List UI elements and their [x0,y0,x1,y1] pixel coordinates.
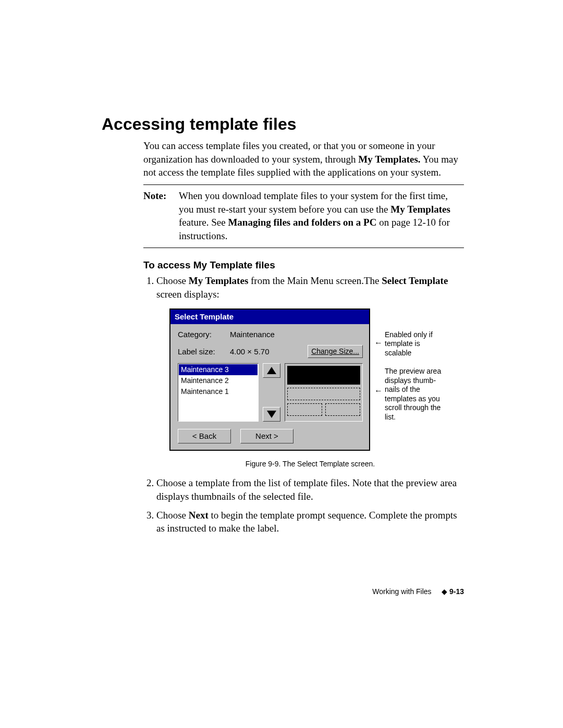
page-footer: Working with Files ◆ 9-13 [102,587,464,596]
category-value: Maintenance [230,329,290,340]
note-body: When you download template files to your… [179,189,464,243]
note-b: My Templates [390,204,450,215]
button-row: < Back Next > [178,429,363,443]
figure-caption: Figure 9-9. The Select Template screen. [156,459,464,469]
labelsize-row: Label size: 4.00 × 5.70 Change Size... [178,345,363,358]
step1-b: My Templates [189,275,249,286]
annotations: Enabled only if template is scalable The… [375,309,443,422]
step1-c: from the Main Menu screen.The [248,275,382,286]
dialog-title: Select Template [170,310,369,324]
preview-thumb-dash [287,403,322,416]
annotation-scalable: Enabled only if template is scalable [375,330,443,358]
category-label: Category: [178,329,230,340]
list-item[interactable]: Maintenance 3 [179,364,258,375]
note-c: feature. See [179,217,228,228]
preview-area [285,363,363,422]
note-block: Note: When you download template files t… [143,189,464,243]
intro-text-b: My Templates. [358,154,420,165]
labelsize-label: Label size: [178,347,230,357]
preview-thumb-dash-row [287,403,360,416]
step-1: Choose My Templates from the Main Menu s… [156,274,464,469]
next-button[interactable]: Next > [240,429,293,443]
list-item[interactable]: Maintenance 2 [179,375,258,386]
step1-e: screen displays: [156,289,219,300]
page-heading: Accessing template files [102,115,464,134]
preview-thumb-dash [287,388,360,400]
footer-section: Working with Files [372,587,431,596]
scroll-up-button[interactable] [263,363,280,378]
step1-d: Select Template [382,275,448,286]
template-listbox[interactable]: Maintenance 3 Maintenance 2 Maintenance … [178,363,259,422]
sub-heading: To access My Template files [143,260,464,271]
note-label: Note: [143,189,174,243]
change-size-button[interactable]: Change Size... [308,345,363,358]
step-2: Choose a template from the list of templ… [156,476,464,503]
list-item[interactable]: Maintenance 1 [179,386,258,397]
footer-diamond-icon: ◆ [442,587,447,596]
preview-thumb-dash [325,403,360,416]
annotation-preview: The preview area displays thumb-nails of… [375,367,443,422]
footer-page-number: 9-13 [449,587,464,596]
step3-a: Choose [156,510,189,521]
select-template-dialog: Select Template Category: Maintenance La… [169,309,370,451]
divider-top [143,184,464,185]
category-row: Category: Maintenance [178,329,363,340]
back-button[interactable]: < Back [178,429,231,443]
labelsize-value: 4.00 × 5.70 [230,347,290,357]
intro-paragraph: You can access template files you create… [143,139,464,179]
step1-a: Choose [156,275,189,286]
note-d: Managing files and folders on a PC [228,217,376,228]
chevron-up-icon [267,367,276,374]
scroll-down-button[interactable] [263,407,280,422]
mid-row: Maintenance 3 Maintenance 2 Maintenance … [178,363,363,422]
step-3: Choose Next to begin the template prompt… [156,509,464,535]
dialog-body: Category: Maintenance Label size: 4.00 ×… [170,324,369,450]
preview-thumb-solid [287,366,360,385]
step3-b: Next [189,510,209,521]
figure-wrap: Select Template Category: Maintenance La… [169,309,464,451]
chevron-down-icon [267,411,276,418]
divider-bottom [143,248,464,248]
scroll-column [263,363,280,422]
steps-list: Choose My Templates from the Main Menu s… [143,274,464,535]
